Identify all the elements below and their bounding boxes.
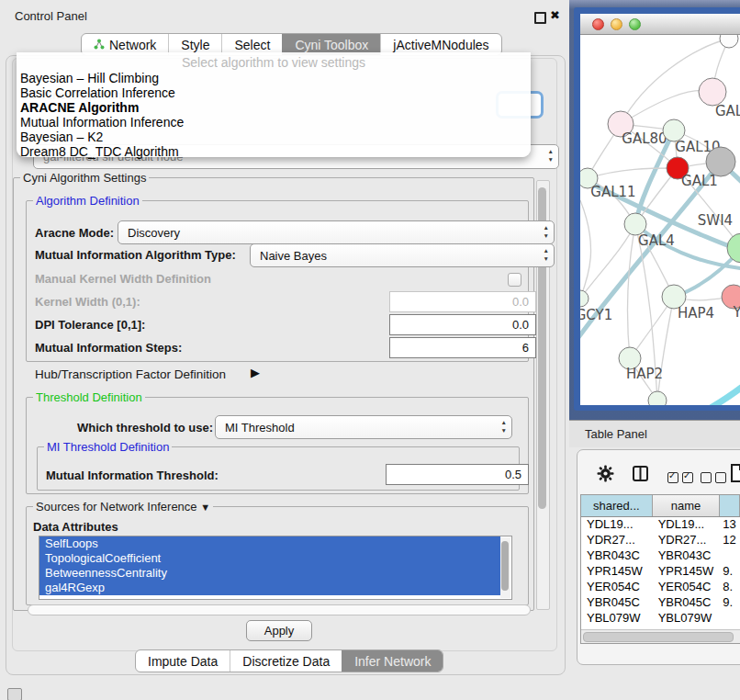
network-edge[interactable] (628, 224, 635, 358)
table-row[interactable]: YBL079W YBL079W (581, 610, 740, 626)
column-header-clipped[interactable] (720, 495, 740, 516)
network-canvas[interactable]: GALGAL80GAL10GAL1GAL11SWI4GAL4YGCY1HAP4H… (580, 35, 740, 405)
dropdown-option[interactable]: Bayesian – Hill Climbing (18, 71, 529, 85)
mi-steps-input[interactable]: 6 (389, 337, 536, 358)
network-edge[interactable] (580, 200, 591, 299)
network-node[interactable] (699, 78, 726, 106)
list-item[interactable]: gal4RGexp (39, 581, 500, 595)
stepper-icon: ▲▼ (544, 223, 549, 240)
mi-threshold-group-title: MI Threshold Definition (44, 440, 172, 454)
zoom-traffic-light-icon[interactable] (629, 18, 641, 30)
list-item[interactable]: BetweennessCentrality (39, 566, 500, 581)
table-row[interactable]: YBR043C YBR043C (581, 548, 740, 563)
hub-section-label[interactable]: Hub/Transcription Factor Definition (35, 367, 226, 381)
algorithm-dropdown-popup: Select algorithm to view settings Bayesi… (17, 52, 531, 157)
minimize-traffic-light-icon[interactable] (611, 18, 622, 30)
mi-type-combo[interactable]: Naive Bayes ▲▼ (250, 243, 555, 267)
which-threshold-combo[interactable]: MI Threshold ▲▼ (215, 415, 512, 439)
column-selector-icon[interactable] (633, 466, 648, 485)
tab-label: Infer Network (354, 654, 431, 669)
column-header-name[interactable]: name (653, 495, 721, 516)
network-node[interactable] (648, 391, 667, 405)
stepper-icon: ▲▼ (544, 246, 549, 263)
settings-hscrollbar[interactable] (28, 604, 531, 615)
table-row[interactable]: YDR27... YDR27... 12 (581, 532, 740, 548)
network-node[interactable] (706, 147, 735, 176)
network-window: GALGAL80GAL10GAL1GAL11SWI4GAL4YGCY1HAP4H… (574, 7, 740, 411)
network-node-label: Y (732, 304, 740, 321)
apply-button[interactable]: Apply (246, 620, 312, 641)
column-header-shared-name[interactable]: shared... (581, 495, 653, 516)
kernel-width-label: Kernel Width (0,1): (35, 295, 140, 309)
tab-label: Cyni Toolbox (295, 38, 368, 52)
manual-kernel-checkbox[interactable] (508, 273, 521, 287)
stepper-icon: ▲▼ (501, 418, 507, 435)
dropdown-option[interactable]: ARACNE Algorithm (18, 100, 529, 115)
table-row[interactable]: YBR045C YBR045C 9. (581, 594, 740, 610)
data-attributes-items: SelfLoopsTopologicalCoefficientBetweenne… (39, 536, 511, 595)
select-all-checkboxes-icon[interactable] (667, 470, 697, 487)
algorithm-definition-title: Algorithm Definition (33, 194, 142, 208)
network-node[interactable] (580, 290, 589, 307)
table-settings-gear-icon[interactable] (597, 465, 614, 486)
control-panel-title: Control Panel (15, 9, 87, 23)
float-window-icon[interactable] (534, 12, 546, 24)
data-attributes-list[interactable]: SelfLoopsTopologicalCoefficientBetweenne… (39, 536, 512, 600)
network-window-titlebar[interactable] (580, 14, 740, 35)
dropdown-option[interactable]: Bayesian – K2 (18, 130, 529, 144)
table-row[interactable]: YDL19... YDL19... 13 (581, 516, 740, 532)
dpi-tolerance-input[interactable]: 0.0 (389, 314, 536, 335)
network-node[interactable] (720, 35, 738, 48)
sources-group-title: Sources for Network Inference ▼ (33, 500, 213, 514)
network-node-label: GAL1 (681, 173, 718, 189)
aracne-mode-combo[interactable]: Discovery ▲▼ (118, 220, 555, 244)
network-node-label: HAP2 (626, 366, 663, 382)
which-threshold-label: Which threshold to use: (77, 421, 213, 435)
table-row[interactable]: YPR145W YPR145W 9. (581, 563, 740, 579)
network-node[interactable] (727, 233, 740, 263)
tab-label: Network (109, 38, 156, 52)
tab-impute-data[interactable]: Impute Data (136, 650, 230, 672)
cyni-algorithm-settings-title: Cyni Algorithm Settings (20, 171, 149, 185)
data-attributes-label: Data Attributes (33, 520, 118, 534)
close-traffic-light-icon[interactable] (592, 18, 604, 30)
collapse-triangle-icon[interactable]: ▼ (200, 502, 210, 513)
table-hscrollbar[interactable] (581, 629, 740, 643)
kernel-width-input: 0.0 (389, 291, 536, 312)
dropdown-option[interactable]: Basic Correlation Inference (18, 85, 529, 100)
aracne-mode-label: Aracne Mode: (35, 226, 114, 240)
mi-threshold-input[interactable]: 0.5 (386, 464, 529, 485)
manual-kernel-label: Manual Kernel Width Definition (35, 272, 211, 286)
tab-label: Impute Data (148, 654, 218, 669)
table-row[interactable]: YER054C YER054C 8. (581, 579, 740, 594)
tab-infer-network[interactable]: Infer Network (342, 650, 443, 672)
hub-expand-icon[interactable]: ▶ (251, 366, 260, 379)
node-table: shared... name YDL19... YDL19... 13 YDR2… (580, 494, 740, 644)
new-table-page-icon[interactable] (731, 464, 740, 486)
network-node-label: GAL11 (590, 184, 635, 200)
deselect-all-checkboxes-icon[interactable] (701, 470, 730, 487)
tab-label: jActiveMNodules (393, 38, 488, 52)
list-item[interactable]: SelfLoops (39, 536, 500, 551)
dropdown-options: Bayesian – Hill ClimbingBasic Correlatio… (18, 71, 529, 159)
dropdown-placeholder: Select algorithm to view settings (17, 55, 531, 70)
network-node-label: GCY1 (580, 307, 612, 323)
aracne-mode-value: Discovery (128, 226, 180, 240)
sources-title-text: Sources for Network Inference (36, 500, 197, 514)
network-node-label: HAP4 (678, 305, 714, 322)
dropdown-option[interactable]: Dream8 DC_TDC Algorithm (18, 144, 529, 159)
table-rows: YDL19... YDL19... 13 YDR27... YDR27... 1… (581, 516, 740, 630)
network-edge[interactable] (580, 224, 635, 299)
network-edge[interactable] (657, 297, 674, 401)
close-icon[interactable]: ✖ (550, 8, 560, 22)
mi-steps-label: Mutual Information Steps: (35, 341, 182, 355)
tab-discretize-data[interactable]: Discretize Data (230, 650, 342, 672)
which-threshold-value: MI Threshold (225, 421, 295, 435)
list-scrollbar[interactable] (500, 537, 510, 598)
table-hscrollbar-thumb[interactable] (583, 632, 734, 642)
network-edge[interactable] (588, 168, 678, 178)
docked-panel-icon[interactable] (7, 688, 22, 700)
list-item[interactable]: TopologicalCoefficient (39, 551, 500, 566)
stepper-icon: ▲▼ (548, 147, 554, 164)
dropdown-option[interactable]: Mutual Information Inference (18, 115, 529, 130)
